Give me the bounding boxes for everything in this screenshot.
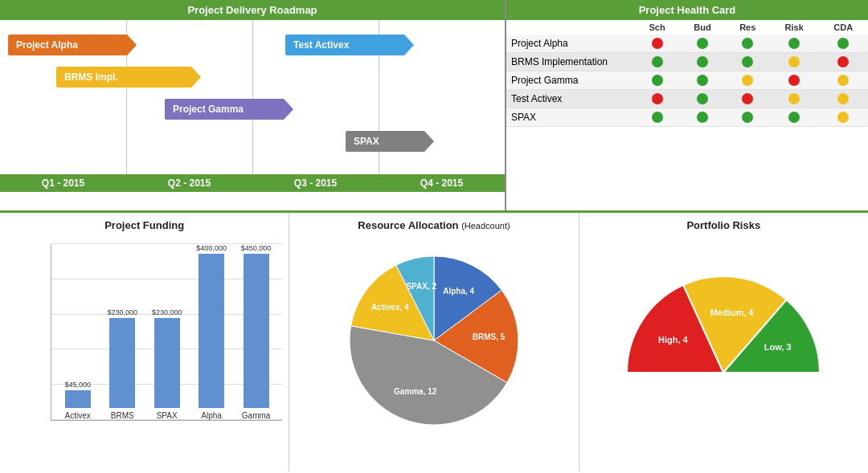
bar-value-label: $400,000 xyxy=(196,244,227,252)
health-table-row: SPAX xyxy=(506,108,868,127)
bar-value-label: $45,000 xyxy=(64,381,91,389)
resource-title: Resource Allocation (Headcount) xyxy=(296,219,571,231)
bar-rect xyxy=(154,318,180,408)
health-project-name-0: Project Alpha xyxy=(506,35,635,53)
gauge-label-1: Medium, 4 xyxy=(710,308,755,317)
resource-pie-chart: Alpha, 4BRMS, 5Gamma, 12Activex, 4SPAX, … xyxy=(338,244,530,437)
roadmap-header: Project Delivery Roadmap xyxy=(0,0,506,20)
health-table-row: Project Alpha xyxy=(506,35,868,53)
health-project-name-3: Test Activex xyxy=(506,90,635,108)
bar-x-label: Activex xyxy=(65,411,91,420)
bar-value-label: $230,000 xyxy=(152,308,182,316)
gantt-bar-gamma: Project Gamma xyxy=(165,99,293,120)
quarter-labels: Q1 - 2015 Q2 - 2015 Q3 - 2015 Q4 - 2015 xyxy=(0,174,505,192)
bar-x-label: BRMS xyxy=(111,411,134,420)
risks-panel: Portfolio Risks High, 4Medium, 4Low, 3 xyxy=(579,213,868,471)
health-dot-0-2 xyxy=(726,35,770,53)
health-project-name-4: SPAX xyxy=(506,108,635,127)
bar-value-label: $230,000 xyxy=(107,308,137,316)
pie-label-1: BRMS, 5 xyxy=(473,332,506,341)
health-dot-1-4 xyxy=(818,53,868,71)
pie-label-2: Gamma, 12 xyxy=(394,387,437,396)
resource-panel: Resource Allocation (Headcount) Alpha, 4… xyxy=(289,213,579,471)
health-table-row: Test Activex xyxy=(506,90,868,108)
health-table-row: Project Gamma xyxy=(506,71,868,90)
risks-title: Portfolio Risks xyxy=(586,219,862,231)
health-dot-2-2 xyxy=(726,71,770,90)
gantt-bar-spax: SPAX xyxy=(346,131,434,152)
bar-rect xyxy=(199,254,224,408)
health-header: Project Health Card xyxy=(506,0,868,20)
health-dot-1-3 xyxy=(770,53,819,71)
bar-x-label: Gamma xyxy=(242,411,271,420)
gauge-label-0: High, 4 xyxy=(658,335,689,345)
health-dot-4-4 xyxy=(818,108,868,127)
q3-label: Q3 - 2015 xyxy=(252,174,379,192)
bar-x-label: Alpha xyxy=(201,411,222,420)
health-dot-2-4 xyxy=(818,71,868,90)
health-dot-3-0 xyxy=(635,90,679,108)
bar-rect xyxy=(109,318,135,408)
health-dot-0-1 xyxy=(679,35,725,53)
bar-rect xyxy=(65,390,91,408)
health-dot-0-4 xyxy=(818,35,868,53)
health-dot-3-1 xyxy=(679,90,725,108)
gantt-bar-activex: Test Activex xyxy=(285,35,414,55)
health-project-name-2: Project Gamma xyxy=(506,71,635,90)
col-sch: Sch xyxy=(635,20,679,35)
q2-label: Q2 - 2015 xyxy=(126,174,252,192)
health-dot-2-0 xyxy=(635,71,679,90)
pie-label-3: Activex, 4 xyxy=(371,303,409,312)
funding-bar-alpha: $400,000Alpha xyxy=(189,244,233,420)
health-dot-3-2 xyxy=(726,90,770,108)
gantt-bar-brms: BRMS Impl. xyxy=(56,67,201,88)
vline-q2 xyxy=(252,20,253,174)
health-dot-0-0 xyxy=(635,35,679,53)
risks-gauge-chart: High, 4Medium, 4Low, 3 xyxy=(611,252,836,397)
col-project xyxy=(506,20,635,35)
roadmap-panel: Project AlphaBRMS Impl.Project GammaTest… xyxy=(0,20,506,210)
health-dot-1-1 xyxy=(679,53,725,71)
health-dot-1-2 xyxy=(726,53,770,71)
q1-label: Q1 - 2015 xyxy=(0,174,126,192)
health-table: Sch Bud Res Risk CDA Project AlphaBRMS I… xyxy=(506,20,868,127)
col-res: Res xyxy=(726,20,770,35)
gantt-bar-alpha: Project Alpha xyxy=(8,35,137,55)
funding-bar-spax: $230,000SPAX xyxy=(145,244,189,420)
funding-bar-gamma: $450,000Gamma xyxy=(234,244,278,420)
q4-label: Q4 - 2015 xyxy=(379,174,505,192)
health-dot-4-0 xyxy=(635,108,679,127)
health-card-panel: Sch Bud Res Risk CDA Project AlphaBRMS I… xyxy=(506,20,868,210)
health-dot-3-3 xyxy=(770,90,819,108)
pie-label-0: Alpha, 4 xyxy=(443,287,474,296)
health-dot-4-2 xyxy=(726,108,770,127)
col-risk: Risk xyxy=(770,20,819,35)
health-dot-3-4 xyxy=(818,90,868,108)
pie-label-4: SPAX, 2 xyxy=(406,282,436,291)
bar-x-label: SPAX xyxy=(157,411,178,420)
health-dot-2-1 xyxy=(679,71,725,90)
health-dot-4-3 xyxy=(770,108,819,127)
bar-rect xyxy=(244,254,269,408)
health-dot-0-3 xyxy=(770,35,819,53)
bar-value-label: $450,000 xyxy=(241,244,272,252)
funding-bar-activex: $45,000Activex xyxy=(55,244,100,420)
gauge-label-2: Low, 3 xyxy=(764,342,792,352)
health-dot-2-3 xyxy=(770,71,819,90)
funding-panel: Project Funding $45,000Activex$230,000BR… xyxy=(0,213,289,471)
health-dot-1-0 xyxy=(635,53,679,71)
col-bud: Bud xyxy=(679,20,725,35)
health-table-row: BRMS Implementation xyxy=(506,53,868,71)
col-cda: CDA xyxy=(818,20,868,35)
funding-bar-brms: $230,000BRMS xyxy=(100,244,144,420)
funding-title: Project Funding xyxy=(6,219,282,231)
health-project-name-1: BRMS Implementation xyxy=(506,53,635,71)
health-dot-4-1 xyxy=(679,108,725,127)
